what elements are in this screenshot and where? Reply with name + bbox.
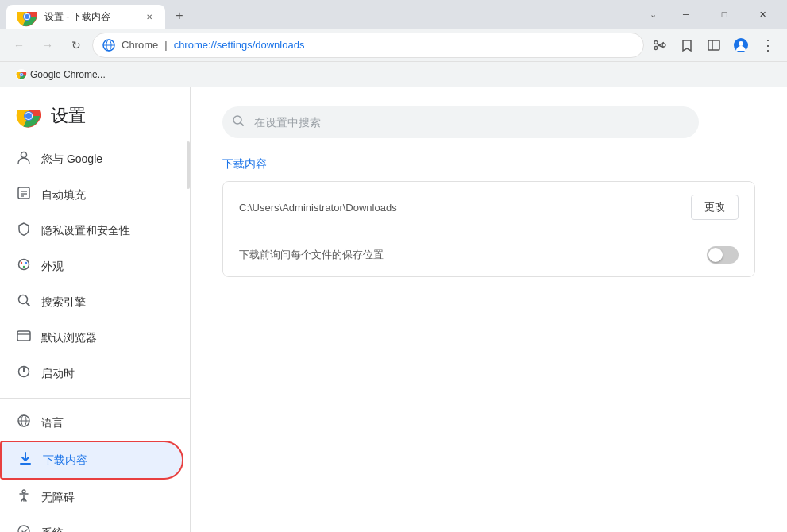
navigation-bar: ← → ↻ Chrome | chrome://settings/downloa… [0, 29, 787, 62]
bookmarks-bar: Google Chrome... [0, 62, 787, 87]
sidebar-item-system[interactable]: 系统 [0, 515, 183, 532]
sidebar-label-language: 语言 [41, 416, 64, 430]
system-icon [16, 523, 32, 532]
download-path-row: C:\Users\Administrator\Downloads 更改 [223, 182, 754, 233]
downloads-settings-card: C:\Users\Administrator\Downloads 更改 下载前询… [222, 181, 755, 277]
active-tab[interactable]: 设置 - 下载内容 ✕ [6, 5, 165, 29]
svg-line-35 [27, 303, 30, 306]
address-path-text: chrome://settings/downloads [174, 39, 305, 51]
svg-point-44 [22, 490, 25, 493]
address-bar[interactable]: Chrome | chrome://settings/downloads [92, 33, 644, 58]
language-icon [16, 413, 32, 433]
nav-actions: ⋮ [647, 33, 781, 58]
download-icon [17, 450, 33, 470]
account-button[interactable] [728, 33, 754, 58]
new-tab-button[interactable]: + [168, 5, 191, 27]
sidebar-label-startup: 启动时 [41, 367, 75, 381]
svg-point-10 [654, 46, 658, 49]
sidebar-divider [0, 398, 190, 399]
tab-favicon [16, 6, 38, 28]
svg-point-8 [662, 44, 665, 47]
content-area: 下载内容 C:\Users\Administrator\Downloads 更改… [191, 87, 787, 532]
shield-icon [16, 221, 32, 241]
bookmark-button[interactable] [674, 33, 700, 58]
maximize-button[interactable]: □ [706, 0, 743, 29]
browser-icon [16, 328, 32, 348]
tab-area: 设置 - 下载内容 ✕ + [0, 0, 643, 29]
main-area: 设置 您与 Google 自动填充 [0, 87, 787, 532]
ask-download-toggle[interactable] [707, 246, 739, 264]
share-button[interactable] [647, 33, 673, 58]
sidebar-label-appearance: 外观 [41, 260, 64, 274]
sidebar-item-appearance[interactable]: 外观 [0, 249, 183, 284]
chevron-down-icon[interactable]: ⌄ [650, 10, 657, 20]
svg-point-25 [21, 152, 27, 158]
svg-rect-36 [17, 331, 30, 341]
svg-point-24 [25, 113, 32, 119]
sidebar-label-downloads: 下载内容 [43, 453, 87, 468]
appearance-icon [16, 256, 32, 276]
address-chrome-text: Chrome [122, 39, 158, 51]
svg-point-34 [19, 295, 28, 304]
sidebar-label-system: 系统 [41, 526, 64, 533]
chrome-menu-button[interactable]: ⋮ [755, 33, 781, 58]
svg-line-46 [241, 123, 243, 125]
chrome-logo-large [16, 103, 41, 129]
download-path-value: C:\Users\Administrator\Downloads [239, 202, 397, 214]
search-bar-container [222, 106, 699, 138]
startup-icon [16, 364, 32, 384]
svg-point-19 [21, 73, 23, 75]
sidebar-item-downloads[interactable]: 下载内容 [0, 441, 183, 480]
svg-point-14 [739, 41, 743, 46]
svg-point-32 [25, 262, 27, 264]
svg-rect-26 [18, 187, 29, 199]
tab-title: 设置 - 下载内容 [44, 10, 137, 24]
sidebar: 设置 您与 Google 自动填充 [0, 87, 191, 532]
sidebar-item-you-google[interactable]: 您与 Google [0, 141, 183, 177]
sidebar-item-default-browser[interactable]: 默认浏览器 [0, 320, 183, 356]
ask-download-label: 下载前询问每个文件的保存位置 [239, 248, 384, 262]
ask-download-row: 下载前询问每个文件的保存位置 [223, 233, 754, 276]
svg-rect-11 [708, 40, 719, 50]
sidebar-label-autofill: 自动填充 [41, 188, 86, 202]
sidebar-label-search-engine: 搜索引擎 [41, 295, 86, 310]
change-path-button[interactable]: 更改 [691, 195, 739, 220]
svg-point-30 [19, 260, 29, 270]
search-icon [16, 292, 32, 312]
sidebar-item-accessibility[interactable]: 无障碍 [0, 480, 183, 515]
autofill-icon [16, 185, 32, 205]
title-bar: 设置 - 下载内容 ✕ + ⌄ ─ □ ✕ [0, 0, 787, 29]
bookmark-google-chrome[interactable]: Google Chrome... [10, 66, 112, 83]
sidebar-scrollbar[interactable] [187, 141, 190, 189]
refresh-button[interactable]: ↻ [64, 33, 89, 58]
sidebar-item-startup[interactable]: 启动时 [0, 356, 183, 391]
svg-point-33 [23, 266, 25, 268]
sidebar-label-accessibility: 无障碍 [41, 491, 75, 505]
bookmark-label: Google Chrome... [30, 69, 106, 80]
sidebar-item-privacy[interactable]: 隐私设置和安全性 [0, 213, 183, 249]
sidebar-label-you-google: 您与 Google [41, 152, 102, 167]
chrome-favicon-small [16, 69, 27, 80]
back-button[interactable]: ← [6, 33, 32, 58]
svg-point-9 [654, 40, 658, 44]
sidebar-item-autofill[interactable]: 自动填充 [0, 177, 183, 213]
accessibility-icon [16, 488, 32, 507]
section-title: 下载内容 [222, 157, 755, 172]
search-magnifier-icon [232, 114, 245, 130]
sidebar-item-language[interactable]: 语言 [0, 405, 183, 441]
window-controls: ⌄ ─ □ ✕ [643, 0, 787, 29]
sidebar-navigation: 您与 Google 自动填充 隐私设置和安全性 外观 [0, 141, 190, 532]
sidebar-item-search-engine[interactable]: 搜索引擎 [0, 284, 183, 320]
minimize-button[interactable]: ─ [668, 0, 704, 29]
sidebar-toggle-button[interactable] [701, 33, 727, 58]
tab-close-button[interactable]: ✕ [143, 10, 156, 23]
settings-search-input[interactable] [222, 106, 699, 138]
site-icon [102, 39, 115, 52]
sidebar-label-privacy: 隐私设置和安全性 [41, 224, 130, 238]
forward-button[interactable]: → [35, 33, 60, 58]
svg-point-4 [25, 14, 29, 19]
settings-page-title: 设置 [51, 104, 86, 128]
person-icon [16, 149, 32, 169]
close-button[interactable]: ✕ [744, 0, 781, 29]
svg-point-31 [21, 262, 22, 264]
